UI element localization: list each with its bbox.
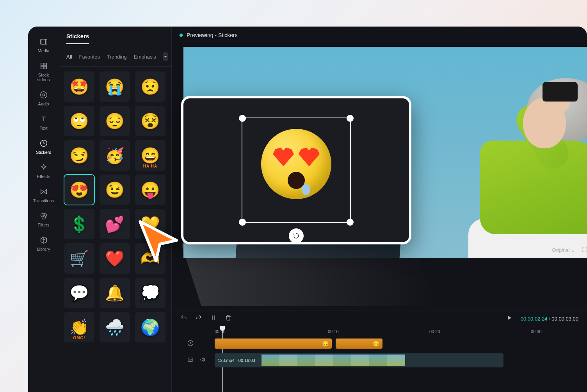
sticker-badge: OMG! bbox=[73, 336, 85, 340]
sticker-thought-heart[interactable]: 💭 bbox=[135, 278, 165, 308]
heart-eyes-sticker[interactable] bbox=[261, 129, 331, 199]
sticker-crying[interactable]: 😭 bbox=[100, 71, 130, 102]
tab-trending[interactable]: Trending bbox=[107, 54, 127, 60]
resize-handle-tl[interactable] bbox=[239, 115, 246, 122]
rail-label: Library bbox=[37, 247, 50, 251]
audio-icon bbox=[39, 91, 48, 99]
sticker-hearts-cluster[interactable]: ❤️ bbox=[100, 243, 130, 274]
rail-library[interactable]: Library bbox=[32, 236, 55, 251]
play-button[interactable] bbox=[506, 314, 513, 323]
video-clip[interactable]: 123.mp4 00:16:03 bbox=[215, 353, 503, 367]
sticker-bag-bubble[interactable]: 💬 bbox=[64, 278, 94, 308]
text-icon bbox=[39, 115, 48, 123]
undo-button[interactable] bbox=[180, 314, 187, 323]
cursor-icon bbox=[135, 218, 182, 266]
sticker-party[interactable]: 🥳 bbox=[100, 140, 130, 171]
film-icon bbox=[39, 37, 48, 46]
sticker-glyph: 💕 bbox=[105, 215, 125, 233]
rail-audio[interactable]: Audio bbox=[32, 91, 55, 106]
video-track-icon bbox=[187, 356, 194, 363]
aspect-dropdown[interactable]: Original ⌄ bbox=[552, 247, 575, 253]
sticker-star-eyes[interactable]: 🤩 bbox=[64, 71, 94, 102]
grid-icon bbox=[39, 62, 48, 70]
sticker-wink[interactable]: 😉 bbox=[100, 175, 130, 205]
sticker-track-icon bbox=[187, 339, 194, 347]
sticker-badge: HA HA bbox=[143, 164, 157, 168]
bg-person bbox=[433, 55, 587, 258]
sticker-pensive[interactable]: 😔 bbox=[100, 106, 130, 136]
selection-box[interactable] bbox=[242, 118, 351, 223]
sticker-glyph: 😉 bbox=[105, 181, 125, 199]
sticker-rain-cloud[interactable]: 🌧️ bbox=[100, 312, 130, 342]
sticker-worried[interactable]: 😟 bbox=[135, 71, 165, 102]
left-rail: Media Stock videos Audio Text Stickers E… bbox=[28, 27, 59, 392]
tab-all[interactable]: All bbox=[66, 54, 72, 60]
sticker-glyph: 🛒 bbox=[69, 249, 89, 268]
panel-tabs: All Favorites Trending Emphasis bbox=[59, 48, 171, 67]
sticker-bell[interactable]: 🔔 bbox=[100, 278, 130, 308]
rail-label: Audio bbox=[38, 102, 49, 106]
rail-label: Stock videos bbox=[32, 73, 55, 82]
sticker-dollar[interactable]: 💲 bbox=[64, 209, 94, 239]
cube-icon bbox=[39, 236, 48, 244]
clip-thumbnails bbox=[261, 355, 405, 366]
sticker-heart-eyes[interactable]: 😍 bbox=[64, 175, 94, 205]
sticker-sparkle-hearts[interactable]: 💕 bbox=[100, 209, 130, 239]
delete-button[interactable] bbox=[225, 314, 232, 323]
sticker-glyph: 🔔 bbox=[105, 284, 125, 302]
sticker-glyph: 😍 bbox=[69, 181, 89, 199]
fullscreen-button[interactable] bbox=[582, 246, 587, 254]
clip-duration: 00:16:03 bbox=[238, 358, 255, 363]
resize-handle-br[interactable] bbox=[347, 219, 354, 226]
sticker-haha[interactable]: 😄HA HA bbox=[135, 140, 165, 171]
rail-label: Stickers bbox=[36, 150, 51, 155]
sticker-glyph: 💲 bbox=[69, 215, 89, 233]
split-button[interactable] bbox=[210, 314, 217, 323]
ruler-tick: 00:20 bbox=[429, 329, 440, 334]
timeline: 00:00:02:24 / 00:00:03:00 00:00 00:10 00… bbox=[172, 310, 587, 392]
ruler-tick: 00:30 bbox=[531, 329, 542, 334]
svg-point-5 bbox=[40, 92, 47, 98]
svg-rect-12 bbox=[188, 358, 193, 362]
sticker-glyph: 😔 bbox=[105, 112, 125, 130]
rail-media[interactable]: Media bbox=[32, 37, 55, 53]
stickers-panel: Stickers All Favorites Trending Emphasis… bbox=[59, 27, 172, 392]
sticker-preview-popover[interactable] bbox=[181, 96, 411, 244]
timeline-timecode: 00:00:02:24 / 00:00:03:00 bbox=[521, 316, 578, 322]
redo-button[interactable] bbox=[195, 314, 202, 323]
svg-rect-1 bbox=[41, 63, 43, 66]
sticker-tongue[interactable]: 😛 bbox=[135, 175, 165, 205]
rail-filters[interactable]: Filters bbox=[32, 212, 55, 227]
rail-stickers[interactable]: Stickers bbox=[32, 139, 55, 155]
rail-label: Media bbox=[38, 48, 50, 53]
sticker-glyph: 👏 bbox=[69, 318, 89, 337]
sticker-eye-roll[interactable]: 🙄 bbox=[64, 106, 94, 136]
sparkle-icon bbox=[39, 163, 48, 172]
sticker-smirk[interactable]: 😏 bbox=[64, 140, 94, 171]
panel-title: Stickers bbox=[59, 27, 171, 48]
audio-track-icon bbox=[199, 356, 207, 363]
sticker-clip[interactable]: 😊 bbox=[336, 339, 382, 349]
sticker-glyph: 💭 bbox=[141, 284, 160, 302]
sticker-earth[interactable]: 🌍 bbox=[135, 312, 165, 342]
tab-emphasis[interactable]: Emphasis bbox=[134, 54, 156, 60]
timeline-toolbar: 00:00:02:24 / 00:00:03:00 bbox=[172, 310, 587, 327]
svg-point-6 bbox=[43, 94, 45, 96]
rail-text[interactable]: Text bbox=[32, 115, 55, 130]
sticker-cart[interactable]: 🛒 bbox=[64, 243, 94, 274]
sticker-glyph: 🌧️ bbox=[105, 318, 125, 337]
tab-favorites[interactable]: Favorites bbox=[79, 54, 100, 60]
sticker-glyph: 😭 bbox=[105, 78, 125, 96]
rotate-button[interactable] bbox=[289, 228, 304, 243]
resize-handle-tr[interactable] bbox=[347, 115, 354, 122]
tabs-more-button[interactable] bbox=[163, 52, 168, 61]
rail-effects[interactable]: Effects bbox=[32, 163, 55, 179]
sticker-omg[interactable]: 👏OMG! bbox=[64, 312, 94, 342]
sticker-clip[interactable]: 😊 bbox=[215, 339, 332, 349]
rail-stock-videos[interactable]: Stock videos bbox=[32, 62, 55, 82]
svg-point-10 bbox=[42, 216, 45, 219]
resize-handle-bl[interactable] bbox=[239, 219, 246, 226]
timeline-ruler[interactable]: 00:00 00:10 00:20 00:30 bbox=[172, 327, 587, 337]
sticker-dizzy[interactable]: 😵 bbox=[135, 106, 165, 136]
rail-transitions[interactable]: Transitions bbox=[32, 187, 55, 203]
